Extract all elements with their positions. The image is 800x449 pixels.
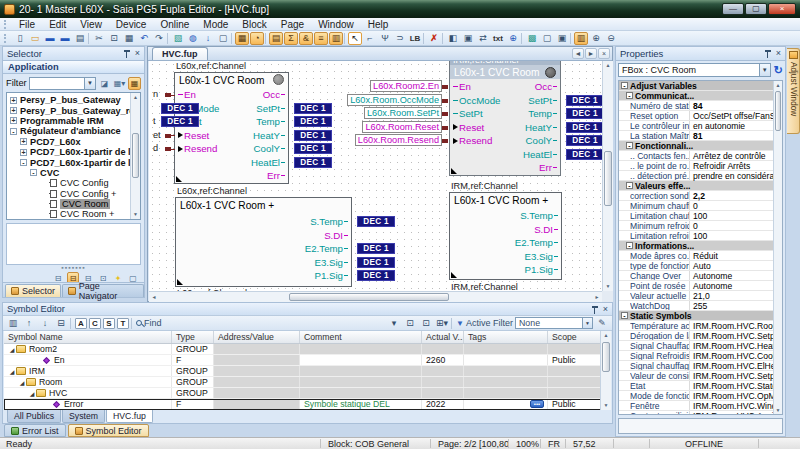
move-up-icon[interactable]: ↑ <box>22 317 36 330</box>
tags-edit-button[interactable]: ••• <box>530 400 544 408</box>
menu-item[interactable]: Mode <box>196 19 235 30</box>
fbox-output-port[interactable]: CoolYDEC 1 <box>175 142 288 156</box>
fupla-drawing-area[interactable]: L60x,ref:Channel L60x-1 CVC Room n En DE… <box>149 61 613 302</box>
tree-item[interactable]: CVC Room + <box>7 209 140 219</box>
property-value[interactable]: 255 <box>690 301 773 311</box>
property-row[interactable]: Minimum chauff... 0 <box>619 201 773 211</box>
dec-adapter-box[interactable]: DEC 1 <box>161 116 199 127</box>
tree-item[interactable]: - Régulateur d'ambiance <box>7 126 140 136</box>
property-row[interactable]: Dérogation de la v... IRM.Room.HVC.Setpo… <box>619 331 773 341</box>
toolbar-button[interactable]: ▥ <box>329 32 343 45</box>
pin-icon[interactable] <box>123 49 130 58</box>
fbox-selector-dropdown[interactable]: FBox : CVC Room ▼ <box>618 63 771 77</box>
property-row[interactable]: type de fonction... Auto <box>619 261 773 271</box>
fbox-cvc-room-2-selected[interactable]: IRM,ref:Channel L60x-1 CVC Room L60x.Roo… <box>449 61 561 176</box>
property-row[interactable]: correction sond... 2,2 <box>619 191 773 201</box>
toolbar-button[interactable]: ▥ <box>574 32 588 45</box>
symbol-sheet-tab[interactable]: HVC.fup <box>106 410 153 423</box>
toolbar-button[interactable]: ▢ <box>540 32 554 45</box>
property-row[interactable]: Mode de fonctionn... IRM.Room.HVC.OpMode… <box>619 391 773 401</box>
toolbar-button[interactable]: ≡ <box>314 32 328 45</box>
property-value[interactable]: IRM.Room.HVC.OpMode R <box>690 391 773 401</box>
wire-symbol-label[interactable]: L60x.Room2.En <box>370 80 442 92</box>
fbox-cvc-room-plus-2[interactable]: L60x-1 CVC Room + S.Temp S.DI E2.Temp E3… <box>449 192 562 280</box>
adjust-window-tab[interactable]: Adjust Window <box>787 48 800 134</box>
table-row[interactable]: ◢ Room2 GROUP ••• <box>4 344 611 355</box>
fbox-output-port[interactable]: Err <box>450 161 560 175</box>
property-row[interactable]: Mode âpres co... Réduit <box>619 251 773 261</box>
toolbar-button[interactable]: ▤ <box>73 32 87 45</box>
fbox-output-port[interactable]: P1.Sig <box>450 263 561 277</box>
fbox-output-port[interactable]: E3.SigDEC 1 <box>176 256 351 270</box>
tree-expander[interactable]: + <box>10 107 17 114</box>
section-expander[interactable]: - <box>626 142 633 149</box>
property-value[interactable]: 100 <box>690 211 773 221</box>
menu-item[interactable]: File <box>12 19 42 30</box>
toolbar-button[interactable]: ⌐ <box>363 32 377 45</box>
property-value[interactable]: Autonome <box>690 271 773 281</box>
toolbar-button[interactable] <box>521 33 524 44</box>
property-row[interactable]: - Informations... <box>619 241 773 251</box>
tree-expander[interactable]: + <box>20 149 27 156</box>
scroll-down-icon[interactable]: ▼ <box>131 210 140 219</box>
tree-item[interactable]: - PCD7_L60x-1partir de la SV2_13 <box>7 157 140 167</box>
document-tab[interactable]: HVC.fup <box>152 47 208 60</box>
tree-expander[interactable]: - <box>20 159 27 166</box>
fbox-output-port[interactable]: P1.SigDEC 1 <box>176 269 351 283</box>
property-value[interactable]: IRM.Room.HVC.Setpoint R <box>690 371 773 381</box>
property-row[interactable]: - Static Symbols <box>619 311 773 321</box>
property-value[interactable]: Arrêtez de contrôle <box>690 151 773 161</box>
scroll-down-icon[interactable]: ▼ <box>774 406 782 414</box>
refresh-icon[interactable]: ↻ <box>774 64 783 77</box>
tree-expander[interactable]: - <box>30 169 37 176</box>
property-row[interactable]: Signal Refroidisse... IRM.Room.HVC.Coole… <box>619 351 773 361</box>
toolbar-button[interactable]: ▩ <box>525 32 539 45</box>
toolbar-button[interactable]: ⇄ <box>476 32 490 45</box>
close-icon[interactable]: × <box>603 305 608 314</box>
property-row[interactable]: - Valeurs effe... <box>619 181 773 191</box>
dec-adapter-box[interactable]: DEC 1 <box>294 103 332 114</box>
column-header[interactable]: Tags <box>464 331 548 343</box>
fbox-output-port[interactable]: Occ <box>175 88 288 102</box>
toolbar-button[interactable]: ◔ <box>250 32 264 45</box>
filter-input[interactable]: ▼ <box>29 77 96 90</box>
property-value[interactable]: 0 <box>690 221 773 231</box>
dec-adapter-box[interactable]: DEC 1 <box>294 130 332 141</box>
fbox-output-port[interactable]: SetPtDEC 1 <box>450 94 560 108</box>
row-expander[interactable]: ◢ <box>8 368 16 375</box>
dec-adapter-box[interactable]: DEC 1 <box>357 257 395 268</box>
link-icon[interactable]: ⊡ <box>403 317 417 330</box>
tree-item[interactable]: + PCD7_L60x-1partir de la SV2_11 <box>7 147 140 157</box>
property-value[interactable]: 100 <box>690 231 773 241</box>
property-row[interactable]: Signal Chauffage IRM.Room.HVC.HeaterY R <box>619 341 773 351</box>
tree-expander[interactable]: - <box>10 128 17 135</box>
fbox-output-port[interactable]: HeatYDEC 1 <box>450 121 560 135</box>
fbox-output-port[interactable]: E3.Sig <box>450 250 561 264</box>
selector-tab[interactable]: Page Navigator <box>62 284 144 297</box>
toolbar-button[interactable]: ▤ <box>269 32 283 45</box>
view-options-icon[interactable]: ▦▾ <box>113 77 126 90</box>
selector-tab[interactable]: Selector <box>5 284 61 297</box>
toolbar-button[interactable]: ▯ <box>13 32 27 45</box>
property-value[interactable]: IRM.Room.HVC.SetpointCor... <box>690 331 773 341</box>
symbol-sheet-tab[interactable]: All Publics <box>7 410 61 423</box>
dec-adapter-box[interactable]: DEC 1 <box>566 122 604 133</box>
property-value[interactable]: 21,0 <box>690 291 773 301</box>
fbox-output-port[interactable]: CoolYDEC 1 <box>450 134 560 148</box>
toolbar-button[interactable]: ↓ <box>201 32 215 45</box>
property-row[interactable]: .. détection pré... prendre en considéra… <box>619 171 773 181</box>
property-row[interactable]: Température actu... IRM.Room.HVC.RoomTem… <box>619 321 773 331</box>
tree-item[interactable]: CVC Room <box>7 199 140 209</box>
toolbar-button[interactable]: LB <box>408 32 422 45</box>
property-row[interactable]: Signal chauffage é... IRM.Room.HVC.ElHea… <box>619 361 773 371</box>
toolbar-button[interactable] <box>423 33 426 44</box>
fbox-output-port[interactable]: HeatElDEC 1 <box>175 156 288 170</box>
scrollbar-thumb[interactable] <box>132 133 139 178</box>
column-header[interactable]: Comment <box>300 331 422 343</box>
scroll-up-icon[interactable]: ▲ <box>131 93 140 102</box>
column-header[interactable]: Scope <box>548 331 602 343</box>
dec-adapter-box[interactable]: DEC 1 <box>294 143 332 154</box>
property-value[interactable]: 81 <box>690 131 773 141</box>
column-header[interactable]: Actual V... <box>422 331 464 343</box>
dec-adapter-box[interactable]: DEC 1 <box>566 135 604 146</box>
